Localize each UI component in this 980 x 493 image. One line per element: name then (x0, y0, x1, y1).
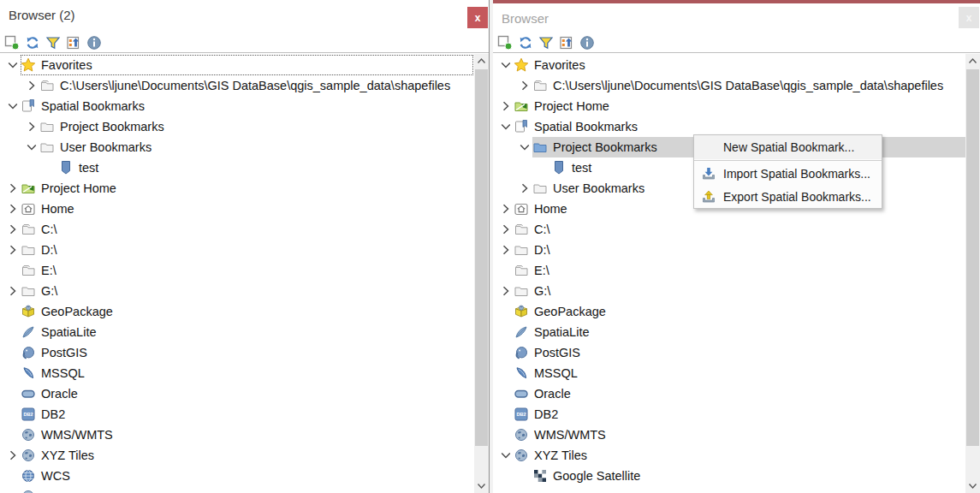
tree-item[interactable]: XYZ Tiles (0, 445, 474, 466)
chevron-right-icon[interactable] (498, 240, 514, 260)
tree-item[interactable]: GeoPackage (0, 301, 474, 322)
filter-button[interactable] (45, 35, 61, 50)
tree-item[interactable]: PostGIS (0, 342, 474, 363)
tree-item[interactable]: C:\ (493, 219, 965, 240)
tree-item[interactable]: G:\ (0, 281, 474, 301)
tree-item[interactable]: WCS (0, 466, 474, 486)
tree-item[interactable]: DB2DB2 (0, 404, 474, 425)
menu-item[interactable]: Export Spatial Bookmarks... (694, 185, 882, 208)
scrollbar-thumb[interactable] (966, 69, 979, 446)
tree-item-label: PostGIS (41, 346, 87, 359)
vertical-scrollbar[interactable] (965, 54, 980, 493)
tree-item[interactable]: D:\ (493, 240, 965, 260)
tree-item[interactable]: test (0, 157, 474, 178)
chevron-down-icon[interactable] (498, 55, 514, 75)
properties-button[interactable] (86, 35, 102, 50)
scroll-down-button[interactable] (474, 478, 489, 493)
menu-item[interactable]: Import Spatial Bookmarks... (694, 162, 882, 185)
tree-item[interactable]: Google Satellite (493, 466, 965, 486)
tree-item-label: User Bookmarks (60, 140, 151, 154)
tree-item[interactable]: Project Home (493, 96, 965, 116)
chevron-down-icon[interactable] (498, 116, 514, 137)
tree-item[interactable]: WMS/WMTS (493, 425, 965, 445)
chevron-right-icon[interactable] (5, 240, 21, 260)
tree-item[interactable]: C:\Users\ljune\Documents\GIS DataBase\qg… (0, 75, 474, 96)
chevron-right-icon[interactable] (5, 281, 21, 301)
tree-item-label: Google Satellite (553, 469, 640, 483)
chevron-down-icon[interactable] (498, 445, 514, 466)
tree-item-body: GeoPackage (514, 301, 965, 322)
tree-item[interactable]: XYZ Tiles (493, 445, 965, 466)
refresh-button[interactable] (25, 35, 40, 50)
tree-item-body: Favorites (21, 55, 474, 75)
chevron-right-icon[interactable] (24, 75, 39, 96)
tree-item[interactable]: G:\ (493, 281, 965, 301)
properties-button[interactable] (579, 35, 595, 50)
tree-item[interactable]: E:\ (0, 260, 474, 281)
chevron-right-icon[interactable] (498, 96, 514, 116)
right-panel-title: Browser (502, 11, 549, 26)
left-panel-titlebar: Browser (2) x (0, 0, 489, 33)
scroll-up-button[interactable] (474, 54, 489, 68)
tree-item-body: User Bookmarks (39, 137, 474, 157)
tree-item[interactable]: MSSQL (493, 363, 965, 383)
tree-item[interactable]: GeoPackage (493, 301, 965, 322)
chevron-down-icon[interactable] (5, 96, 21, 116)
tree-item[interactable]: Project Home (0, 178, 474, 199)
tree-item[interactable]: SpatiaLite (493, 322, 965, 342)
tree-item-label: PostGIS (534, 346, 580, 359)
tree-item-body: D:\ (21, 240, 474, 260)
tree-item[interactable]: C:\Users\ljune\Documents\GIS DataBase\qg… (493, 75, 965, 96)
tree-item[interactable]: Favorites (0, 55, 474, 75)
add-layer-button[interactable] (4, 35, 20, 50)
chevron-right-icon[interactable] (517, 75, 532, 96)
tree-item[interactable]: SpatiaLite (0, 322, 474, 342)
chevron-right-icon[interactable] (5, 219, 21, 240)
chevron-down-icon[interactable] (5, 55, 21, 75)
chevron-right-icon[interactable] (24, 116, 39, 137)
tree-item[interactable]: Home (0, 199, 474, 219)
close-panel-button[interactable]: x (959, 7, 979, 28)
chevron-right-icon[interactable] (498, 281, 514, 301)
tree-item[interactable]: Oracle (493, 383, 965, 404)
chevron-right-icon[interactable] (498, 199, 514, 219)
tree-item[interactable]: MSSQL (0, 363, 474, 383)
refresh-button[interactable] (518, 35, 533, 50)
chevron-right-icon[interactable] (5, 199, 21, 219)
tree-item-body: test (58, 157, 474, 178)
tree-item[interactable]: Oracle (0, 383, 474, 404)
vertical-scrollbar[interactable] (474, 54, 489, 493)
chevron-down-icon[interactable] (24, 137, 39, 157)
tree-item[interactable]: User Bookmarks (0, 137, 474, 157)
chevron-right-icon[interactable] (5, 178, 21, 199)
scroll-up-button[interactable] (965, 54, 980, 68)
tree-item[interactable]: C:\ (0, 219, 474, 240)
tree-item[interactable]: Project Bookmarks (0, 116, 474, 137)
chevron-right-icon[interactable] (517, 178, 532, 199)
tree-item[interactable]: DB2DB2 (493, 404, 965, 425)
tree-item-label: Oracle (534, 387, 571, 401)
scrollbar-thumb[interactable] (475, 69, 488, 446)
tree-item[interactable]: PostGIS (493, 342, 965, 363)
tree-item[interactable]: E:\ (493, 260, 965, 281)
collapse-all-button[interactable] (66, 35, 81, 50)
add-layer-button[interactable] (497, 35, 513, 50)
tree-item[interactable]: Favorites (493, 55, 965, 75)
scroll-down-button[interactable] (965, 478, 980, 493)
close-panel-button[interactable]: x (467, 7, 488, 28)
tree-item[interactable]: D:\ (0, 240, 474, 260)
tree-item[interactable]: Spatial Bookmarks (0, 96, 474, 116)
chevron-right-icon[interactable] (5, 445, 21, 466)
chevron-down-icon[interactable] (517, 137, 532, 157)
chevron-right-icon[interactable] (498, 219, 514, 240)
tree-item-body: MSSQL (514, 363, 965, 383)
folder-icon (39, 119, 55, 134)
tree-item-label: GeoPackage (41, 305, 113, 318)
menu-item-label: New Spatial Bookmark... (723, 140, 854, 154)
collapse-all-button[interactable] (559, 35, 574, 50)
menu-item[interactable]: New Spatial Bookmark... (694, 135, 882, 159)
tree-item[interactable]: WMS/WMTS (0, 425, 474, 445)
filter-button[interactable] (538, 35, 554, 50)
right-browser-panel: Browser x FavoritesC:\Users\ljune\Docume… (493, 0, 980, 493)
tree-item[interactable] (0, 486, 474, 493)
